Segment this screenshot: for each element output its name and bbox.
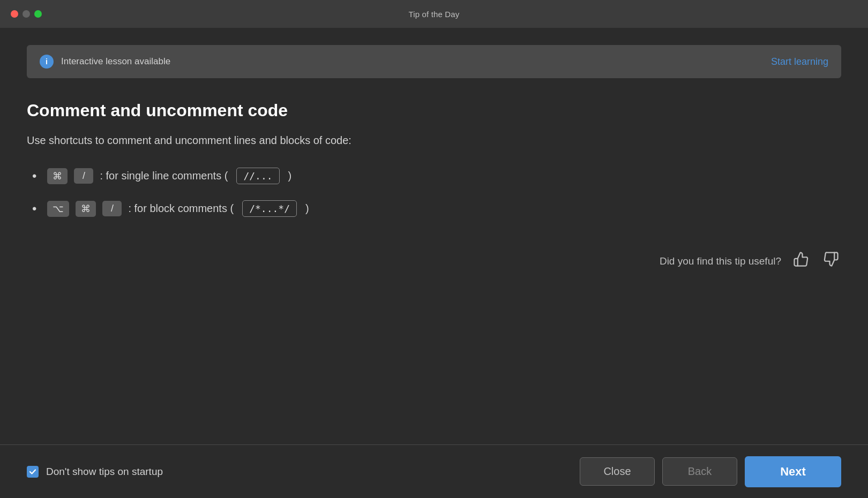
shortcut-item-block: • ⌥ ⌘ / : for block comments ( /*...*/ ) xyxy=(32,200,841,217)
key-cmd-2: ⌘ xyxy=(76,201,96,217)
close-button[interactable]: Close xyxy=(580,457,655,486)
info-banner-label: Interactive lesson available xyxy=(61,56,170,67)
close-window-button[interactable] xyxy=(11,10,18,18)
bullet-1: • xyxy=(32,169,36,184)
key-cmd-1: ⌘ xyxy=(47,168,68,184)
info-banner: i Interactive lesson available Start lea… xyxy=(27,45,841,78)
feedback-question: Did you find this tip useful? xyxy=(660,255,781,267)
maximize-window-button[interactable] xyxy=(34,10,42,18)
key-opt-2: ⌥ xyxy=(47,201,69,217)
dialog: i Interactive lesson available Start lea… xyxy=(0,28,868,444)
dont-show-label: Don't show tips on startup xyxy=(46,466,163,478)
feedback-row: Did you find this tip useful? xyxy=(27,249,841,278)
shortcut-item-line: • ⌘ / : for single line comments ( //...… xyxy=(32,168,841,184)
back-button[interactable]: Back xyxy=(662,457,737,486)
code-block: /*...*/ xyxy=(242,200,297,217)
thumbs-up-button[interactable] xyxy=(791,249,811,273)
minimize-window-button[interactable] xyxy=(23,10,30,18)
key-slash-2: / xyxy=(102,201,122,216)
info-banner-left: i Interactive lesson available xyxy=(40,55,170,69)
window-title: Tip of the Day xyxy=(409,10,460,19)
code-single-line: //... xyxy=(236,168,279,184)
bullet-2: • xyxy=(32,201,36,216)
title-bar: Tip of the Day xyxy=(0,0,868,28)
section-title: Comment and uncomment code xyxy=(27,101,841,120)
start-learning-button[interactable]: Start learning xyxy=(771,56,828,67)
thumbs-down-button[interactable] xyxy=(821,249,841,273)
footer: Don't show tips on startup Close Back Ne… xyxy=(0,444,868,498)
content-area: Comment and uncomment code Use shortcuts… xyxy=(27,78,841,444)
window-controls xyxy=(11,10,42,18)
shortcut-list: • ⌘ / : for single line comments ( //...… xyxy=(27,168,841,217)
shortcut-suffix-2: ) xyxy=(305,202,309,215)
next-button[interactable]: Next xyxy=(745,456,841,487)
key-slash-1: / xyxy=(74,168,93,184)
dont-show-checkbox[interactable] xyxy=(27,466,39,478)
info-icon: i xyxy=(40,55,54,69)
section-description: Use shortcuts to comment and uncomment l… xyxy=(27,132,841,148)
shortcut-suffix-1: ) xyxy=(288,170,292,182)
shortcut-desc-2: : for block comments ( xyxy=(128,202,234,215)
shortcut-desc-1: : for single line comments ( xyxy=(100,170,228,182)
dont-show-row: Don't show tips on startup xyxy=(27,466,163,478)
footer-buttons: Close Back Next xyxy=(580,456,841,487)
